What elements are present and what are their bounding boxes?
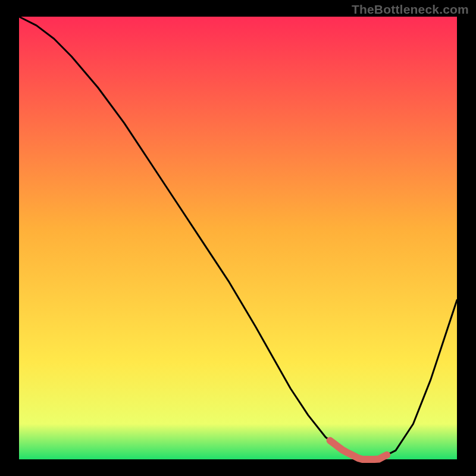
bottleneck-chart bbox=[0, 0, 476, 476]
plot-area bbox=[19, 17, 457, 459]
chart-frame: TheBottleneck.com bbox=[0, 0, 476, 476]
watermark-text: TheBottleneck.com bbox=[352, 2, 469, 17]
